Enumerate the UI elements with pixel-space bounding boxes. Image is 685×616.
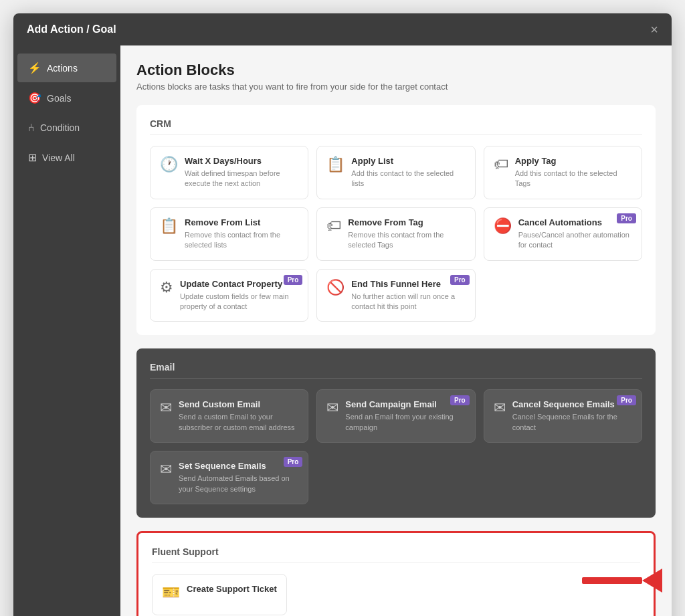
fluent-support-section-header: Fluent Support — [152, 546, 640, 563]
sidebar-item-condition[interactable]: ⑃ Condition — [17, 114, 116, 142]
card-create-support-ticket[interactable]: 🎫 Create Support Ticket — [152, 574, 287, 615]
end-funnel-desc: No further action will run once a contac… — [351, 292, 465, 312]
remove-from-tag-title: Remove From Tag — [348, 217, 465, 227]
crm-section-header: CRM — [150, 118, 642, 135]
sidebar: ⚡ Actions 🎯 Goals ⑃ Condition ⊞ View All — [13, 45, 120, 616]
update-contact-title: Update Contact Property — [180, 279, 298, 289]
update-contact-icon: ⚙ — [160, 279, 173, 296]
send-campaign-email-pro-badge: Pro — [450, 395, 470, 405]
update-contact-pro-badge: Pro — [284, 275, 303, 285]
send-campaign-email-desc: Send an Email from your existing campaig… — [345, 412, 465, 433]
cancel-automations-title: Cancel Automations — [518, 217, 632, 227]
update-contact-desc: Update custom fields or few main propert… — [180, 292, 298, 312]
modal-title: Add Action / Goal — [27, 23, 116, 35]
sidebar-item-goals-label: Goals — [47, 93, 72, 104]
email-cards-grid: ✉ Send Custom Email Send a custom Email … — [150, 389, 642, 504]
create-support-ticket-icon: 🎫 — [162, 584, 180, 601]
card-update-contact[interactable]: Pro ⚙ Update Contact Property Update cus… — [150, 269, 308, 322]
end-funnel-pro-badge: Pro — [450, 275, 470, 285]
send-campaign-email-icon: ✉ — [326, 399, 338, 417]
send-custom-email-icon: ✉ — [160, 399, 172, 417]
red-arrow-indicator — [582, 569, 662, 593]
set-sequence-emails-icon: ✉ — [160, 461, 172, 478]
send-custom-email-desc: Send a custom Email to your subscriber o… — [179, 412, 298, 433]
apply-tag-icon: 🏷 — [494, 156, 508, 173]
wait-icon: 🕐 — [160, 156, 178, 173]
card-set-sequence-emails[interactable]: Pro ✉ Set Sequence Emails Send Automated… — [150, 451, 308, 504]
send-campaign-email-title: Send Campaign Email — [345, 399, 465, 409]
cancel-sequence-emails-title: Cancel Sequence Emails — [512, 399, 632, 409]
card-apply-tag[interactable]: 🏷 Apply Tag Add this contact to the sele… — [484, 146, 642, 199]
page-title: Action Blocks — [136, 62, 656, 79]
modal-header: Add Action / Goal × — [13, 13, 672, 45]
content-area: Action Blocks Actions blocks are tasks t… — [120, 45, 672, 616]
goals-icon: 🎯 — [28, 92, 41, 104]
crm-cards-grid: 🕐 Wait X Days/Hours Wait defined timespa… — [150, 146, 642, 322]
remove-from-tag-icon: 🏷 — [326, 217, 341, 235]
cancel-automations-icon: ⛔ — [494, 217, 512, 235]
view-all-icon: ⊞ — [28, 151, 37, 164]
card-remove-from-list[interactable]: 📋 Remove From List Remove this contact f… — [150, 207, 308, 261]
wait-title: Wait X Days/Hours — [185, 156, 298, 166]
create-support-ticket-title: Create Support Ticket — [187, 584, 277, 594]
set-sequence-emails-desc: Send Automated Emails based on your Sequ… — [179, 474, 298, 494]
sidebar-item-condition-label: Condition — [40, 122, 80, 133]
end-funnel-title: End This Funnel Here — [351, 279, 465, 289]
modal-close-button[interactable]: × — [650, 23, 658, 36]
sidebar-item-actions[interactable]: ⚡ Actions — [17, 54, 116, 82]
card-wait[interactable]: 🕐 Wait X Days/Hours Wait defined timespa… — [150, 146, 308, 199]
card-end-funnel[interactable]: Pro 🚫 End This Funnel Here No further ac… — [316, 269, 475, 322]
page-subtitle: Actions blocks are tasks that you want t… — [136, 82, 656, 92]
cancel-sequence-emails-icon: ✉ — [494, 399, 506, 417]
sidebar-item-view-all-label: View All — [42, 152, 75, 163]
send-custom-email-title: Send Custom Email — [179, 399, 298, 409]
apply-tag-title: Apply Tag — [515, 156, 632, 166]
email-section: Email ✉ Send Custom Email Send a custom … — [136, 348, 656, 518]
remove-from-tag-desc: Remove this contact from the selected Ta… — [348, 230, 465, 251]
apply-list-title: Apply List — [351, 156, 465, 166]
arrow-head — [642, 569, 662, 593]
card-cancel-automations[interactable]: Pro ⛔ Cancel Automations Pause/Cancel an… — [484, 207, 642, 261]
card-send-campaign-email[interactable]: Pro ✉ Send Campaign Email Send an Email … — [316, 389, 475, 443]
fluent-support-wrapper: Fluent Support 🎫 Create Support Ticket — [136, 531, 656, 616]
cancel-sequence-emails-desc: Cancel Sequence Emails for the contact — [512, 412, 632, 433]
actions-icon: ⚡ — [28, 62, 41, 74]
cancel-automations-desc: Pause/Cancel another automation for cont… — [518, 230, 632, 251]
card-apply-list[interactable]: 📋 Apply List Add this contact to the sel… — [316, 146, 475, 199]
cancel-sequence-emails-pro-badge: Pro — [617, 395, 636, 405]
apply-tag-desc: Add this contact to the selected Tags — [515, 169, 632, 189]
condition-icon: ⑃ — [28, 122, 35, 134]
card-remove-from-tag[interactable]: 🏷 Remove From Tag Remove this contact fr… — [316, 207, 475, 261]
card-send-custom-email[interactable]: ✉ Send Custom Email Send a custom Email … — [150, 389, 308, 443]
card-cancel-sequence-emails[interactable]: Pro ✉ Cancel Sequence Emails Cancel Sequ… — [484, 389, 642, 443]
set-sequence-emails-pro-badge: Pro — [284, 457, 303, 467]
crm-section: CRM 🕐 Wait X Days/Hours Wait defined tim… — [136, 105, 656, 335]
email-section-header: Email — [150, 362, 642, 379]
cancel-automations-pro-badge: Pro — [617, 213, 636, 223]
remove-from-list-icon: 📋 — [160, 217, 178, 235]
apply-list-desc: Add this contact to the selected lists — [351, 169, 465, 189]
fluent-cards: 🎫 Create Support Ticket — [152, 574, 287, 615]
sidebar-item-actions-label: Actions — [47, 63, 78, 74]
remove-from-list-title: Remove From List — [185, 217, 298, 227]
end-funnel-icon: 🚫 — [326, 279, 345, 296]
fluent-support-section: Fluent Support 🎫 Create Support Ticket — [136, 531, 656, 616]
modal: Add Action / Goal × ⚡ Actions 🎯 Goals ⑃ … — [13, 13, 672, 616]
wait-desc: Wait defined timespan before execute the… — [185, 169, 298, 189]
sidebar-item-view-all[interactable]: ⊞ View All — [17, 143, 116, 172]
set-sequence-emails-title: Set Sequence Emails — [179, 461, 298, 471]
modal-body: ⚡ Actions 🎯 Goals ⑃ Condition ⊞ View All… — [13, 45, 672, 616]
apply-list-icon: 📋 — [326, 156, 345, 173]
sidebar-item-goals[interactable]: 🎯 Goals — [17, 84, 116, 112]
arrow-shaft — [582, 577, 642, 584]
remove-from-list-desc: Remove this contact from the selected li… — [185, 230, 298, 251]
